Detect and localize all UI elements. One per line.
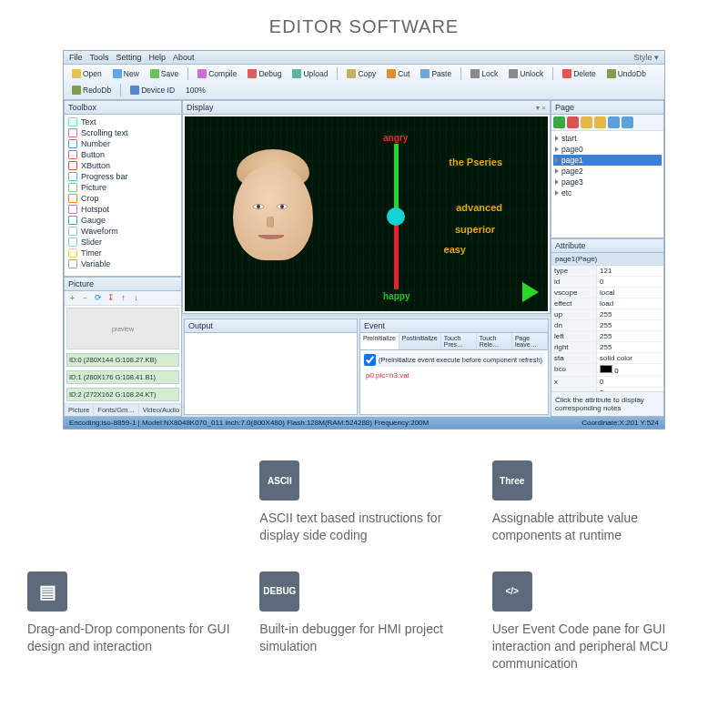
toolbar-cut[interactable]: Cut (383, 67, 413, 80)
page-copy-icon[interactable] (581, 116, 592, 128)
event-tab-touchpress[interactable]: Touch Pres… (441, 333, 477, 349)
toolbar-undodb[interactable]: UndoDb (603, 67, 650, 80)
toolbox-item[interactable]: Picture (66, 182, 179, 193)
attr-row[interactable]: dn255 (551, 320, 663, 331)
pic-refresh-icon[interactable]: ⟳ (93, 293, 103, 303)
toolbar-copy[interactable]: Copy (343, 67, 379, 80)
attr-row[interactable]: right255 (551, 342, 663, 353)
page-row[interactable]: page2 (553, 166, 662, 177)
attribute-body[interactable]: type121id0vscopelocaleffectloadup255dn25… (551, 266, 663, 391)
toolbox-item[interactable]: Text (66, 116, 179, 127)
canvas[interactable]: angry happy the Pseries advanced superio… (185, 116, 548, 311)
attr-row[interactable]: type121 (551, 266, 663, 277)
page-row[interactable]: start (553, 133, 662, 144)
toolbar-lock[interactable]: Lock (467, 67, 501, 80)
event-tab-pageleave[interactable]: Page leave… (512, 333, 548, 349)
label-happy[interactable]: happy (383, 291, 410, 301)
toolbar-delete[interactable]: Delete (559, 67, 600, 80)
output-panel: Output (184, 318, 358, 415)
toolbox-item[interactable]: Progress bar (66, 171, 179, 182)
toolbar-compile[interactable]: Compile (194, 67, 240, 80)
toolbar-debug[interactable]: Debug (244, 67, 285, 80)
toolbox-item[interactable]: Scrolling text (66, 127, 179, 138)
menu-help[interactable]: Help (149, 53, 167, 62)
pic-tab-picture[interactable]: Picture (65, 404, 94, 416)
toolbox-item[interactable]: Waveform (66, 226, 179, 237)
toolbar-new[interactable]: New (109, 67, 143, 80)
text-easy[interactable]: easy (444, 244, 466, 255)
attr-row[interactable]: stasolid color (551, 353, 663, 364)
style-dropdown[interactable]: Style ▾ (633, 53, 659, 62)
toolbox-item[interactable]: Slider (66, 237, 179, 248)
play-icon[interactable] (522, 282, 539, 302)
event-body[interactable]: (Preinitialize event execute before comp… (360, 350, 548, 414)
toolbox-item[interactable]: Timer (66, 248, 179, 258)
page-up-icon[interactable] (608, 116, 620, 128)
pages-list[interactable]: startpage0page1page2page3etc (551, 131, 663, 200)
toolbox-item[interactable]: Variable (66, 258, 179, 269)
event-checkbox[interactable] (364, 354, 376, 366)
attr-row[interactable]: effectload (551, 298, 663, 309)
attr-row[interactable]: bco 0 (551, 364, 663, 377)
page-row[interactable]: page1 (553, 155, 662, 166)
attr-row[interactable]: vscopelocal (551, 288, 663, 298)
text-advanced[interactable]: advanced (456, 202, 502, 213)
toolbox-item[interactable]: Hotspot (66, 204, 179, 215)
slider-bar[interactable] (394, 144, 399, 289)
event-tab-preinit[interactable]: Preinitialize (360, 333, 399, 349)
picture-entry-1[interactable]: ID:1 (280X176 G:108.41.B1) (66, 370, 179, 384)
toolbox-item[interactable]: Gauge (66, 215, 179, 226)
pic-dn-icon[interactable]: ↓ (131, 293, 141, 303)
pic-tab-fonts[interactable]: Fonts/Gm… (94, 404, 138, 416)
label-angry[interactable]: angry (383, 133, 408, 143)
text-pseries[interactable]: the Pseries (449, 157, 502, 167)
toolbar-device id[interactable]: Device ID (126, 84, 178, 96)
picture-preview[interactable]: preview (66, 308, 179, 349)
toolbox-item[interactable]: Crop (66, 193, 179, 204)
display-title: Display ▾ × (183, 101, 550, 115)
event-tab-postinit[interactable]: Postinitialize (399, 333, 441, 349)
picture-entry-0[interactable]: ID:0 (280X144 G:108.27.KB) (66, 353, 179, 367)
pic-ins-icon[interactable]: ↧ (106, 293, 116, 303)
slider-knob-icon[interactable] (387, 207, 405, 226)
toolbar-redodb[interactable]: RedoDb (68, 84, 115, 96)
page-add-icon[interactable] (553, 116, 565, 128)
event-tabs: Preinitialize Postinitialize Touch Pres…… (360, 333, 548, 350)
page-row[interactable]: page0 (553, 144, 662, 155)
pic-up-icon[interactable]: ↑ (118, 293, 128, 303)
attr-row[interactable]: id0 (551, 277, 663, 288)
page-del-icon[interactable] (567, 116, 579, 128)
toolbar-save[interactable]: Save (147, 67, 182, 80)
page-row[interactable]: page3 (553, 177, 662, 187)
pic-tab-video[interactable]: Video/Audio (139, 404, 184, 416)
attr-row[interactable]: up255 (551, 309, 663, 320)
statusbar: Encoding:iso-8859-1 | Model:NX8048K070_0… (64, 417, 664, 429)
feature-eventcode: </> User Event Code pane for GUI interac… (492, 571, 701, 672)
menu-about[interactable]: About (173, 53, 195, 62)
toolbar-upload[interactable]: Upload (288, 67, 331, 80)
toolbox-item[interactable]: XButton (66, 160, 179, 171)
toolbox-item[interactable]: Number (66, 138, 179, 149)
event-tab-touchrel[interactable]: Touch Rele… (477, 333, 512, 349)
toolbox-item[interactable]: Button (66, 149, 179, 160)
attr-row[interactable]: left255 (551, 331, 663, 342)
attr-row[interactable]: x0 (551, 377, 663, 388)
toolbar-paste[interactable]: Paste (417, 67, 455, 80)
toolbox-list[interactable]: TextScrolling textNumberButtonXButtonPro… (65, 115, 181, 269)
picture-entry-2[interactable]: ID:2 (272X162 G:108.24.KT) (66, 388, 179, 401)
menu-file[interactable]: File (69, 53, 83, 62)
face-image[interactable] (226, 149, 321, 268)
menu-setting[interactable]: Setting (116, 53, 142, 62)
toolbar-unlock[interactable]: Unlock (505, 67, 547, 80)
toolbar-open[interactable]: Open (68, 67, 106, 80)
pic-del-icon[interactable]: － (80, 293, 90, 303)
text-superior[interactable]: superior (455, 224, 495, 235)
menu-tools[interactable]: Tools (90, 53, 109, 62)
event-code-line[interactable]: p0.pic=h3.val (366, 371, 545, 379)
page-ins-icon[interactable] (594, 116, 606, 128)
toolbar-zoom[interactable]: 100% (182, 84, 209, 96)
attribute-header[interactable]: page1(Page) (551, 253, 663, 266)
pic-add-icon[interactable]: ＋ (67, 293, 77, 303)
page-dn-icon[interactable] (622, 116, 633, 128)
page-row[interactable]: etc (553, 187, 662, 198)
